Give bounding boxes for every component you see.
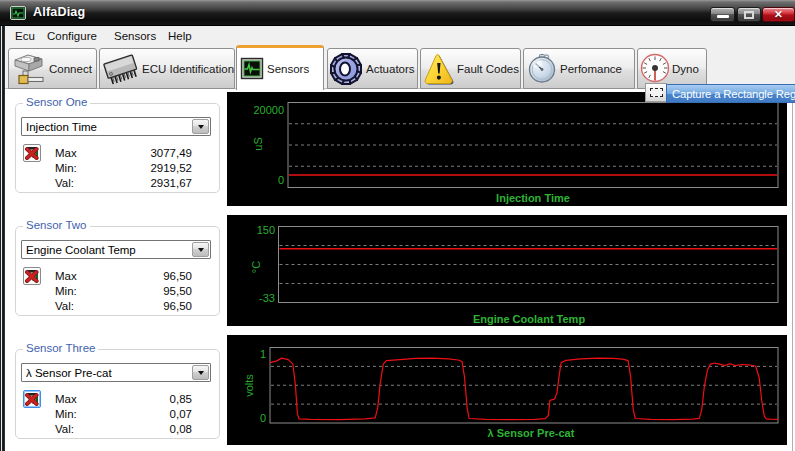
max-label: Max (55, 393, 77, 405)
menu-configure[interactable]: Configure (47, 26, 97, 47)
minimize-button[interactable] (710, 7, 735, 22)
app-window: AlfaDiag ✕ Ecu Configure Sensors Help (0, 0, 795, 451)
sensor-one-selected-value: Injection Time (26, 118, 97, 136)
injection-time-chart: 20000 0 uS Injection Time (227, 92, 787, 206)
val-label: Val: (55, 423, 74, 435)
sensor-one-clear-button[interactable] (23, 144, 41, 162)
sensor-two-clear-button[interactable] (23, 267, 41, 285)
clear-graph-icon (25, 392, 39, 406)
val-value: 0,08 (170, 423, 192, 435)
y-max-label: 150 (257, 224, 275, 236)
sensor-three-title: Sensor Three (23, 342, 98, 354)
minimize-icon (717, 15, 729, 18)
y-axis-unit: uS (252, 137, 264, 150)
sensor-two-group: Sensor Two Engine Coolant Temp Max Min: … (15, 226, 220, 316)
capture-region-icon (650, 88, 663, 97)
val-value: 2931,67 (150, 177, 192, 189)
window-title: AlfaDiag (33, 5, 85, 19)
tab-connect-label: Connect (49, 63, 92, 75)
tab-fault-codes-label: Fault Codes (457, 63, 519, 75)
tab-perfomance[interactable]: Perfomance (523, 48, 635, 89)
y-max-label: 20000 (253, 104, 284, 116)
y-max-label: 1 (260, 348, 266, 360)
menu-bar: Ecu Configure Sensors Help (0, 26, 795, 47)
min-label: Min: (55, 162, 77, 174)
y-min-label: 0 (278, 174, 284, 186)
chevron-down-icon (198, 125, 204, 129)
chart-title: Engine Coolant Temp (473, 313, 586, 325)
close-icon: ✕ (774, 9, 783, 20)
max-label: Max (55, 147, 77, 159)
sensor-three-dropdown-button[interactable] (192, 365, 209, 380)
gauge-icon (638, 52, 672, 85)
sensor-two-title: Sensor Two (23, 219, 90, 231)
close-button[interactable]: ✕ (762, 7, 795, 22)
max-value: 3077,49 (150, 147, 192, 159)
y-axis-unit: °C (250, 261, 262, 273)
tab-sensors[interactable]: Sensors (236, 45, 324, 90)
tab-dyno-label: Dyno (672, 63, 699, 75)
connect-icon (9, 52, 49, 86)
clear-graph-icon (25, 269, 39, 283)
min-value: 2919,52 (150, 162, 192, 174)
val-label: Val: (55, 177, 74, 189)
toolbar: Connect (0, 47, 795, 89)
chip-icon (100, 51, 142, 87)
tab-connect[interactable]: Connect (8, 48, 97, 89)
sensor-three-clear-button[interactable] (23, 390, 41, 408)
engine-coolant-temp-chart: 150 -33 °C Engine Coolant Temp (227, 215, 787, 326)
val-label: Val: (55, 300, 74, 312)
chevron-down-icon (198, 371, 204, 375)
menu-sensors[interactable]: Sensors (114, 26, 156, 47)
sensor-one-group: Sensor One Injection Time Max Min: Val: … (15, 103, 220, 193)
warning-icon (421, 52, 457, 86)
app-icon (10, 6, 26, 20)
lambda-sensor-chart: 1 0 volts λ Sensor Pre-cat (227, 335, 787, 445)
val-value: 96,50 (163, 300, 192, 312)
max-value: 96,50 (163, 270, 192, 282)
sensor-three-selected-value: λ Sensor Pre-cat (26, 364, 112, 382)
window-frame-left (0, 26, 5, 451)
menu-help[interactable]: Help (168, 26, 192, 47)
sensor-two-select[interactable]: Engine Coolant Temp (21, 240, 211, 259)
clear-graph-icon (25, 146, 39, 160)
y-min-label: -33 (259, 292, 275, 304)
max-label: Max (55, 270, 77, 282)
sensor-two-dropdown-button[interactable] (192, 242, 209, 257)
oscilloscope-icon (237, 54, 267, 84)
capture-region-button[interactable] (645, 83, 667, 102)
sensor-two-selected-value: Engine Coolant Temp (26, 241, 136, 259)
tab-ecu-identification-label: ECU Identification (142, 63, 234, 75)
window-frame-right (792, 89, 793, 451)
gear-icon (328, 51, 366, 87)
tab-fault-codes[interactable]: Fault Codes (420, 48, 521, 89)
title-bar: AlfaDiag ✕ (0, 0, 795, 26)
sensor-one-select[interactable]: Injection Time (21, 117, 211, 136)
min-label: Min: (55, 285, 77, 297)
maximize-icon (744, 11, 754, 19)
min-value: 0,07 (170, 408, 192, 420)
sensor-one-dropdown-button[interactable] (192, 119, 209, 134)
maximize-button[interactable] (737, 7, 761, 22)
y-min-label: 0 (260, 412, 266, 424)
sensor-three-group: Sensor Three λ Sensor Pre-cat Max Min: V… (15, 349, 220, 439)
sensor-one-title: Sensor One (23, 96, 90, 108)
min-value: 95,50 (163, 285, 192, 297)
tab-sensors-label: Sensors (267, 63, 309, 75)
tab-ecu-identification[interactable]: ECU Identification (99, 48, 235, 89)
tab-actuators-label: Actuators (366, 63, 415, 75)
stopwatch-icon (524, 51, 560, 86)
tab-perfomance-label: Perfomance (560, 63, 622, 75)
chart-title: λ Sensor Pre-cat (488, 427, 575, 439)
y-axis-unit: volts (243, 374, 255, 397)
tab-actuators[interactable]: Actuators (327, 48, 418, 89)
chevron-down-icon (198, 248, 204, 252)
menu-ecu[interactable]: Ecu (15, 26, 35, 47)
chart-title: Injection Time (496, 192, 570, 204)
max-value: 0,85 (170, 393, 192, 405)
sensor-three-select[interactable]: λ Sensor Pre-cat (21, 363, 211, 382)
min-label: Min: (55, 408, 77, 420)
capture-tooltip: Capture a Rectangle Reg (666, 84, 795, 103)
